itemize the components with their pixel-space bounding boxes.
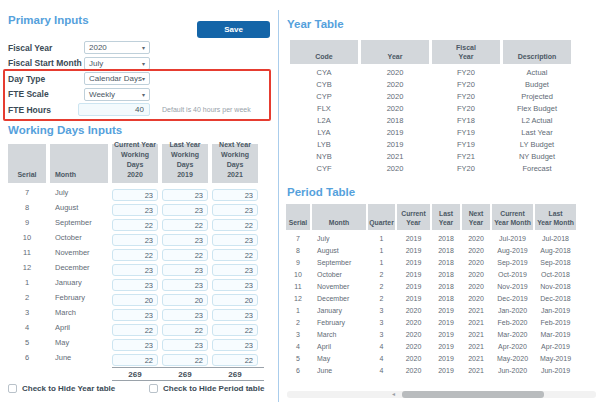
table-row: LYA2019FY19Last Year bbox=[290, 126, 571, 138]
month-cell: July bbox=[50, 188, 108, 197]
period-table-column-header: Month bbox=[312, 204, 366, 230]
working-days-value-cell bbox=[212, 349, 258, 367]
form-row-fiscal-start-month: Fiscal Start MonthJuly▾ bbox=[8, 57, 272, 70]
working-days-row: 6June bbox=[8, 350, 258, 365]
working-days-input[interactable] bbox=[212, 354, 258, 366]
serial-cell: 7 bbox=[8, 188, 46, 197]
month-cell: November bbox=[50, 248, 108, 257]
year-table-cell: FY20 bbox=[432, 104, 500, 113]
period-table-cell: 2 bbox=[286, 319, 310, 326]
serial-cell: 5 bbox=[8, 338, 46, 347]
year-table-title: Year Table bbox=[287, 18, 344, 30]
fiscal-year-select[interactable]: 2020▾ bbox=[84, 41, 150, 54]
period-table-cell: 7 bbox=[286, 235, 310, 242]
serial-cell: 11 bbox=[8, 248, 46, 257]
period-table-cell: August bbox=[312, 247, 366, 254]
working-days-input[interactable] bbox=[162, 354, 208, 366]
month-cell: May bbox=[50, 338, 108, 347]
period-table-cell: 2020 bbox=[462, 235, 490, 242]
period-table-cell: 6 bbox=[286, 367, 310, 374]
period-table-cell: 8 bbox=[286, 247, 310, 254]
year-table-column-header: Code bbox=[290, 40, 358, 64]
period-table-cell: 2020 bbox=[462, 247, 490, 254]
period-table-cell: December bbox=[312, 295, 366, 302]
month-cell: August bbox=[50, 203, 108, 212]
period-table-cell: 1 bbox=[368, 247, 395, 254]
period-table-cell: Nov-2018 bbox=[535, 283, 576, 290]
period-table-cell: Jun-2019 bbox=[535, 367, 576, 374]
chevron-down-icon: ▾ bbox=[142, 91, 145, 98]
period-table-cell: 2020 bbox=[397, 367, 430, 374]
period-table-cell: July bbox=[312, 235, 366, 242]
period-table-cell: Jan-2019 bbox=[535, 307, 576, 314]
year-table-column-header: Description bbox=[503, 40, 571, 64]
year-table-body: CYA2020FY20ActualCYB2020FY20BudgetCYP202… bbox=[290, 66, 571, 174]
period-table-cell: 2021 bbox=[462, 331, 490, 338]
fte-hours-input[interactable] bbox=[78, 103, 150, 116]
table-row: 5May4202020192021May-2020May-2019 bbox=[286, 352, 576, 364]
year-table-header-row: CodeYearFiscalYearDescription bbox=[290, 40, 571, 64]
year-table-cell: CYF bbox=[290, 164, 358, 173]
year-table-column-header: Year bbox=[361, 40, 429, 64]
period-table: SerialMonthQuarterCurrentYearLastYearNex… bbox=[286, 204, 576, 376]
period-table-cell: Jul-2019 bbox=[492, 235, 533, 242]
year-table-cell: L2 Actual bbox=[503, 116, 571, 125]
year-table-cell: Forecast bbox=[503, 164, 571, 173]
checkbox-check-to-hide-year-table[interactable]: Check to Hide Year table bbox=[8, 384, 115, 393]
checkbox-icon[interactable] bbox=[149, 384, 158, 393]
primary-inputs-form: Fiscal Year2020▾Fiscal Start MonthJuly▾D… bbox=[8, 41, 272, 119]
working-days-totals-row: 269269269 bbox=[112, 367, 264, 381]
primary-inputs-title: Primary Inputs bbox=[8, 14, 89, 26]
save-button[interactable]: Save bbox=[197, 21, 270, 38]
period-table-cell: 2019 bbox=[432, 343, 460, 350]
scrollbar-thumb[interactable] bbox=[402, 391, 544, 398]
month-cell: February bbox=[50, 293, 108, 302]
fte-scale-select[interactable]: Weekly▾ bbox=[84, 88, 150, 101]
year-table-cell: FY20 bbox=[432, 68, 500, 77]
serial-cell: 8 bbox=[8, 203, 46, 212]
year-table-cell: Projected bbox=[503, 92, 571, 101]
period-table-header-row: SerialMonthQuarterCurrentYearLastYearNex… bbox=[286, 204, 576, 230]
period-table-cell: Apr-2020 bbox=[492, 343, 533, 350]
period-table-cell: Aug-2019 bbox=[492, 247, 533, 254]
period-table-cell: Oct-2019 bbox=[492, 271, 533, 278]
period-table-cell: 2019 bbox=[432, 367, 460, 374]
table-row: CYA2020FY20Actual bbox=[290, 66, 571, 78]
year-table-cell: FY19 bbox=[432, 128, 500, 137]
working-days-input[interactable] bbox=[112, 354, 158, 366]
period-table-cell: 2020 bbox=[397, 343, 430, 350]
checkbox-check-to-hide-period-table[interactable]: Check to Hide Period table bbox=[149, 384, 264, 393]
table-row: CYF2020FY20Forecast bbox=[290, 162, 571, 174]
checkbox-icon[interactable] bbox=[8, 384, 17, 393]
period-table-cell: 2021 bbox=[462, 319, 490, 326]
form-row-fte-scale: FTE ScaleWeekly▾ bbox=[8, 88, 272, 101]
table-row: 11November2201920182020Nov-2019Nov-2018 bbox=[286, 280, 576, 292]
period-table-cell: Jan-2020 bbox=[492, 307, 533, 314]
horizontal-scrollbar[interactable]: ◂ bbox=[287, 391, 596, 398]
year-table-column-header: FiscalYear bbox=[432, 40, 500, 64]
working-days-header-row: SerialMonthCurrent YearWorking Days2020L… bbox=[8, 144, 258, 183]
fte-hours-label: FTE Hours bbox=[8, 105, 84, 115]
year-table-cell: Budget bbox=[503, 80, 571, 89]
day-type-select[interactable]: Calendar Days▾ bbox=[84, 72, 150, 85]
period-table-cell: 2019 bbox=[432, 331, 460, 338]
year-table-cell: FLX bbox=[290, 104, 358, 113]
day-type-label: Day Type bbox=[8, 74, 84, 84]
period-table-cell: Dec-2019 bbox=[492, 295, 533, 302]
period-table-column-header: NextYear bbox=[462, 204, 490, 230]
year-table-cell: CYB bbox=[290, 80, 358, 89]
working-days-column-header: Last YearWorking Days2019 bbox=[162, 144, 208, 183]
period-table-cell: Oct-2018 bbox=[535, 271, 576, 278]
period-table-cell: 2019 bbox=[432, 319, 460, 326]
table-row: CYB2020FY20Budget bbox=[290, 78, 571, 90]
period-table-cell: 2019 bbox=[397, 259, 430, 266]
period-table-column-header: LastYear Month bbox=[535, 204, 576, 230]
fiscal-start-month-select[interactable]: July▾ bbox=[84, 57, 150, 70]
period-table-cell: Mar-2020 bbox=[492, 331, 533, 338]
serial-cell: 6 bbox=[8, 353, 46, 362]
chevron-down-icon: ▾ bbox=[142, 75, 145, 82]
period-table-cell: 2019 bbox=[397, 271, 430, 278]
period-table-cell: April bbox=[312, 343, 366, 350]
primary-inputs-panel: Primary Inputs Save Fiscal Year2020▾Fisc… bbox=[0, 0, 278, 410]
period-table-cell: 2021 bbox=[462, 367, 490, 374]
